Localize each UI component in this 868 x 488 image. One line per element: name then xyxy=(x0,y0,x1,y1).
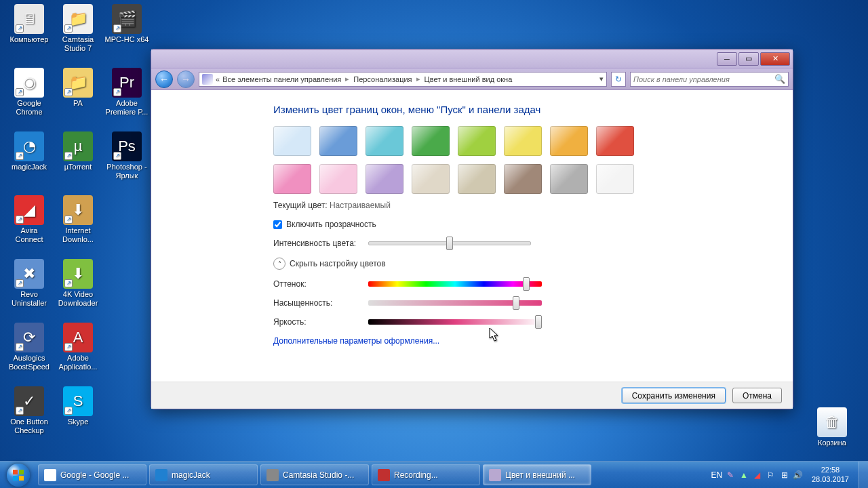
taskbar-button[interactable]: Google - Google ... xyxy=(38,464,146,485)
color-swatch[interactable] xyxy=(504,164,542,194)
desktop-icon[interactable]: ✖↗Revo Uninstaller xyxy=(7,259,52,307)
transparency-checkbox[interactable] xyxy=(273,220,282,229)
shortcut-overlay-icon: ↗ xyxy=(64,407,73,415)
address-icon xyxy=(202,74,213,85)
taskbar-button[interactable]: Цвет и внешний ... xyxy=(483,464,591,485)
color-swatch[interactable] xyxy=(458,164,496,194)
save-button[interactable]: Сохранить изменения xyxy=(622,388,726,403)
color-swatch[interactable] xyxy=(366,164,403,194)
app-icon: ✖↗ xyxy=(14,259,44,289)
chevron-right-icon: ▸ xyxy=(345,75,349,83)
desktop-icon[interactable]: ◔↗magicJack xyxy=(7,131,52,171)
desktop-icon[interactable]: 📁↗Camtasia Studio 7 xyxy=(56,4,100,52)
shortcut-overlay-icon: ↗ xyxy=(16,88,24,96)
taskbar-app-icon xyxy=(378,469,390,481)
chevron-up-icon: ˄ xyxy=(273,258,285,270)
intensity-slider[interactable] xyxy=(368,241,531,245)
color-swatch[interactable] xyxy=(319,164,357,194)
desktop-icon-label: Google Chrome xyxy=(7,99,52,116)
search-box[interactable]: 🔍 xyxy=(630,72,789,87)
desktop-icon-label: 4K Video Downloader xyxy=(56,290,100,307)
tray-flag-icon[interactable]: ⚐ xyxy=(766,470,776,481)
tray-lang[interactable]: EN xyxy=(711,470,722,481)
current-color-label: Текущий цвет: xyxy=(273,201,328,210)
window-titlebar[interactable]: ─ ▭ ✕ xyxy=(151,49,793,68)
desktop-icon[interactable]: Ps↗Photoshop - Ярлык xyxy=(104,131,149,180)
color-swatch[interactable] xyxy=(550,164,588,194)
app-icon: ◉↗ xyxy=(14,68,44,98)
color-swatch[interactable] xyxy=(273,164,311,194)
taskbar-button[interactable]: Camtasia Studio -... xyxy=(260,464,369,485)
minimize-button[interactable]: ─ xyxy=(717,52,737,66)
slider-thumb[interactable] xyxy=(535,315,542,329)
advanced-appearance-link[interactable]: Дополнительные параметры оформления... xyxy=(273,336,774,346)
app-icon: ✓↗ xyxy=(14,386,44,416)
svg-rect-0 xyxy=(13,470,18,474)
desktop-icon-label: Adobe Applicatio... xyxy=(56,354,100,371)
app-icon: ⬇↗ xyxy=(63,195,93,225)
back-button[interactable]: ← xyxy=(155,70,173,88)
refresh-button[interactable]: ↻ xyxy=(611,72,626,87)
desktop-icon[interactable]: 📁↗PA xyxy=(56,68,100,108)
tray-icon[interactable]: ▲ xyxy=(738,470,749,481)
color-swatch[interactable] xyxy=(596,126,634,156)
desktop-icon[interactable]: ✓↗One Button Checkup xyxy=(7,386,52,434)
show-desktop-button[interactable] xyxy=(859,462,868,488)
address-bar[interactable]: « Все элементы панели управления ▸ Персо… xyxy=(199,72,607,87)
color-swatch[interactable] xyxy=(458,126,496,156)
desktop-icon[interactable]: ⟳↗Auslogics BoostSpeed xyxy=(7,323,52,371)
search-icon[interactable]: 🔍 xyxy=(774,74,785,84)
slider-thumb[interactable] xyxy=(523,277,530,291)
tray-clock[interactable]: 22:58 28.03.2017 xyxy=(806,466,854,483)
desktop-icon[interactable]: µ↗µTorrent xyxy=(56,131,100,171)
forward-button[interactable]: → xyxy=(177,70,195,88)
taskbar-button[interactable]: Recording... xyxy=(372,464,480,485)
desktop-icon[interactable]: 🖥↗Компьютер xyxy=(7,4,52,44)
current-color-value: Настраиваемый xyxy=(330,201,391,210)
saturation-label: Насыщенность: xyxy=(273,298,360,308)
desktop-icon[interactable]: A↗Adobe Applicatio... xyxy=(56,323,100,371)
tray-avira-icon[interactable]: ◢ xyxy=(752,470,763,481)
current-color: Текущий цвет: Настраиваемый xyxy=(273,201,774,210)
color-swatch[interactable] xyxy=(412,126,450,156)
color-swatch[interactable] xyxy=(504,126,542,156)
desktop-icon[interactable]: ⬇↗4K Video Downloader xyxy=(56,259,100,307)
breadcrumb-item[interactable]: Цвет и внешний вид окна xyxy=(425,75,513,83)
search-input[interactable] xyxy=(633,75,774,83)
close-button[interactable]: ✕ xyxy=(760,52,790,66)
color-swatch[interactable] xyxy=(366,126,403,156)
lightness-slider[interactable] xyxy=(368,319,542,325)
transparency-row[interactable]: Включить прозрачность xyxy=(273,220,774,229)
breadcrumb-prefix: « xyxy=(216,75,220,83)
desktop-icon[interactable]: Pr↗Adobe Premiere P... xyxy=(104,68,149,116)
address-dropdown-icon[interactable]: ▾ xyxy=(599,75,604,83)
cancel-button[interactable]: Отмена xyxy=(732,388,782,403)
tray-volume-icon[interactable]: 🔊 xyxy=(793,470,804,481)
maximize-button[interactable]: ▭ xyxy=(738,52,759,66)
saturation-slider[interactable] xyxy=(368,300,542,306)
slider-thumb[interactable] xyxy=(446,237,453,250)
desktop-icon[interactable]: 🎬↗MPC-HC x64 xyxy=(104,4,149,44)
desktop-icon[interactable]: ◢↗Avira Connect xyxy=(7,195,52,243)
hue-slider[interactable] xyxy=(368,281,542,287)
color-swatch[interactable] xyxy=(596,164,634,194)
window-controls: ─ ▭ ✕ xyxy=(717,52,790,66)
tray-icon[interactable]: ✎ xyxy=(725,470,736,481)
saturation-row: Насыщенность: xyxy=(273,298,774,308)
color-swatch[interactable] xyxy=(319,126,357,156)
breadcrumb-item[interactable]: Все элементы панели управления xyxy=(222,75,341,83)
start-button[interactable] xyxy=(0,462,37,488)
color-mixer-toggle[interactable]: ˄ Скрыть настройку цветов xyxy=(273,258,774,270)
slider-thumb[interactable] xyxy=(513,296,519,310)
tray-network-icon[interactable]: ⊞ xyxy=(779,470,790,481)
color-swatch[interactable] xyxy=(550,126,588,156)
desktop-icon[interactable]: S↗Skype xyxy=(56,386,100,426)
taskbar-button[interactable]: magicJack xyxy=(149,464,258,485)
personalization-window: ─ ▭ ✕ ← → « Все элементы панели управлен… xyxy=(151,49,793,409)
desktop-icon[interactable]: ◉↗Google Chrome xyxy=(7,68,52,116)
desktop-icon-recycle-bin[interactable]: 🗑 Корзина xyxy=(810,407,854,447)
breadcrumb-item[interactable]: Персонализация xyxy=(353,75,412,83)
color-swatch[interactable] xyxy=(412,164,450,194)
desktop-icon[interactable]: ⬇↗Internet Downlo... xyxy=(56,195,100,243)
color-swatch[interactable] xyxy=(273,126,311,156)
